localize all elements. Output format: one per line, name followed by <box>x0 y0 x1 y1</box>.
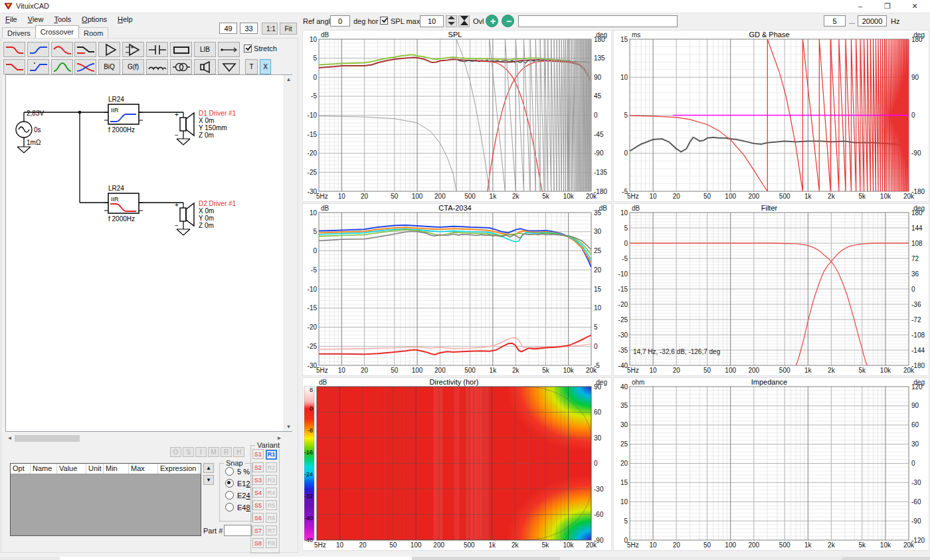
delete-tool-button[interactable]: X <box>260 59 271 74</box>
bandpass-block-button[interactable] <box>51 42 73 57</box>
menu-view[interactable]: View <box>23 13 49 25</box>
svg-text:8: 8 <box>310 387 313 393</box>
column-header-value[interactable]: Value <box>57 464 86 474</box>
snap-option-5[interactable]: 5 % <box>225 467 252 476</box>
fit-button[interactable]: Fit <box>280 23 297 35</box>
column-header-max[interactable]: Max <box>129 464 158 474</box>
driver-button[interactable] <box>194 59 216 74</box>
move-up-button[interactable]: ▲ <box>203 463 214 473</box>
close-button[interactable]: ✕ <box>905 0 925 12</box>
spl-max-spinner[interactable] <box>446 15 457 27</box>
tab-crossover[interactable]: Crossover <box>35 25 79 38</box>
hscrollbar-thumb[interactable] <box>15 435 80 442</box>
component-table[interactable]: OptNameValueUnitMinMaxExpression <box>10 463 201 536</box>
variant-s1-button[interactable]: S1 <box>252 449 264 459</box>
biquad-block-button[interactable]: BiQ <box>98 59 120 74</box>
optimizer-button-m[interactable]: M <box>208 447 219 457</box>
variant-r2-button[interactable]: R2 <box>266 462 277 472</box>
lowpass-block-button[interactable] <box>3 42 25 57</box>
variant-s6-button[interactable]: S6 <box>252 513 264 523</box>
filter-chart[interactable]: FilterdBdeg1050-5-10-15-20-25-30-35-4018… <box>613 203 929 376</box>
variant-s8-button[interactable]: S8 <box>252 538 264 548</box>
spl-max-checkbox[interactable] <box>380 17 388 25</box>
directivity-chart[interactable]: Directivity (hor)dBdeg9060300-30-60-905H… <box>302 377 612 551</box>
gain-block-button[interactable] <box>98 42 120 57</box>
gf-block-button[interactable]: G(f) <box>122 59 144 74</box>
variant-r4-button[interactable]: R4 <box>266 488 277 498</box>
resistor-button[interactable] <box>170 42 192 57</box>
gd-phase-chart[interactable]: GD & Phasemsdeg151050-5180900-90-1805Hz1… <box>613 30 929 202</box>
taskbar-segment <box>412 557 560 560</box>
snap-option-e48[interactable]: E48 <box>225 503 252 512</box>
canvas-width-input[interactable] <box>219 23 237 34</box>
variant-r7-button[interactable]: R7 <box>266 525 277 535</box>
optimizer-button-h[interactable]: H <box>233 447 244 457</box>
optimizer-button-o[interactable]: O <box>170 447 181 457</box>
impedance-chart[interactable]: Impedanceohmdeg4035302520151050120906030… <box>613 377 929 551</box>
allpass-block-button[interactable] <box>27 59 49 74</box>
variant-r8-button[interactable]: R8 <box>266 538 277 548</box>
column-header-expression[interactable]: Expression <box>158 464 199 474</box>
ground-button[interactable] <box>218 59 240 74</box>
one-to-one-button[interactable]: 1:1 <box>262 23 278 35</box>
column-header-unit[interactable]: Unit <box>86 464 104 474</box>
column-header-min[interactable]: Min <box>104 464 129 474</box>
ref-angle-input[interactable] <box>330 15 350 27</box>
svg-text:-24: -24 <box>304 471 313 478</box>
part-number-input[interactable] <box>224 525 252 536</box>
autoscale-button[interactable] <box>458 15 470 27</box>
optimizer-button-r[interactable]: R <box>221 447 232 457</box>
inductor-button[interactable] <box>146 59 168 74</box>
capacitor-button[interactable] <box>146 42 168 57</box>
optimizer-button-s[interactable]: S <box>183 447 194 457</box>
crossover-block-button[interactable] <box>74 59 96 74</box>
transformer-button[interactable] <box>170 59 192 74</box>
variant-s2-button[interactable]: S2 <box>252 462 264 472</box>
wire-button[interactable] <box>218 42 240 57</box>
move-down-button[interactable]: ▼ <box>203 475 214 485</box>
menu-options[interactable]: Options <box>76 13 112 25</box>
minimize-button[interactable]: – <box>850 0 870 12</box>
menu-help[interactable]: Help <box>112 13 138 25</box>
snap-option-e12[interactable]: E12 <box>225 479 252 488</box>
variant-r6-button[interactable]: R6 <box>266 513 277 523</box>
optimizer-button-i[interactable]: I <box>195 447 207 457</box>
cta2034-chart[interactable]: CTA-2034dBdB1050-5-10-15-20-25-303530252… <box>302 203 612 376</box>
freq-min-input[interactable] <box>824 15 846 27</box>
stretch-checkbox-box[interactable] <box>244 45 252 52</box>
spl-chart[interactable]: SPLdBdeg1050-5-10-15-20-25-3018013590450… <box>302 30 612 202</box>
canvas-hscrollbar[interactable]: ◄ ► <box>5 434 284 443</box>
filter-left-unit: dB <box>632 205 640 212</box>
highpass-block-button[interactable] <box>27 42 49 57</box>
snap-option-e24[interactable]: E24 <box>225 491 252 500</box>
lowshelf-block-button[interactable] <box>3 59 25 74</box>
spl-max-input[interactable] <box>420 15 444 27</box>
text-tool-button[interactable]: T <box>245 59 258 74</box>
canvas-height-input[interactable] <box>240 23 258 34</box>
menu-tools[interactable]: Tools <box>48 13 76 25</box>
source-impedance-label: 1mΩ <box>27 139 41 146</box>
variant-s7-button[interactable]: S7 <box>252 525 264 535</box>
variant-s5-button[interactable]: S5 <box>252 500 264 510</box>
column-header-opt[interactable]: Opt <box>11 464 31 474</box>
add-overlay-button[interactable]: + <box>486 15 498 27</box>
canvas-vscrollbar[interactable]: ▲▼ <box>284 75 292 431</box>
variant-s3-button[interactable]: S3 <box>252 475 264 485</box>
column-header-name[interactable]: Name <box>31 464 57 474</box>
highshelf-block-button[interactable] <box>74 42 96 57</box>
freq-max-input[interactable] <box>858 15 887 27</box>
peak-eq-block-button[interactable] <box>51 59 73 74</box>
remove-overlay-button[interactable]: − <box>502 15 514 27</box>
opamp-block-button[interactable] <box>122 42 144 57</box>
schematic-canvas[interactable]: 2,83V 0s 1mΩ LR24 IIR f 2000Hz LR24 IIR … <box>5 74 292 432</box>
variant-r5-button[interactable]: R5 <box>266 500 277 510</box>
library-part-button[interactable]: LIB <box>194 42 216 57</box>
menu-file[interactable]: File <box>0 13 23 25</box>
variant-s4-button[interactable]: S4 <box>252 488 264 498</box>
variant-r3-button[interactable]: R3 <box>266 475 277 485</box>
stretch-checkbox[interactable]: Stretch <box>244 45 277 52</box>
variant-r1-button[interactable]: R1 <box>266 450 277 460</box>
overlay-name-input[interactable] <box>518 15 678 27</box>
gd-group-delay-curve <box>630 138 909 152</box>
restore-button[interactable]: ❐ <box>878 0 897 12</box>
